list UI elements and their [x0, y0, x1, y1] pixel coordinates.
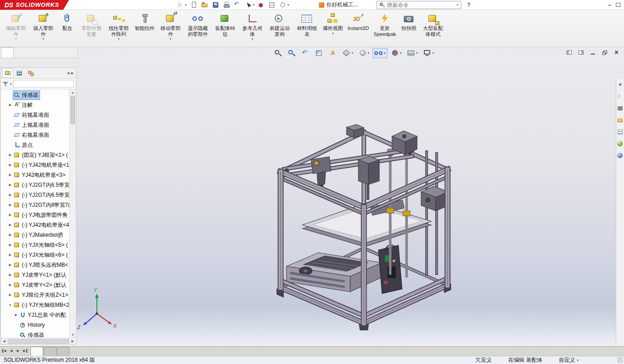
tree-item[interactable]: (-) YJ2GT内8带宽7(	[1, 200, 69, 210]
ribbon-tab[interactable]	[65, 47, 77, 58]
view-tool-button[interactable]: ▾	[421, 48, 436, 58]
scroll-left-icon[interactable]: ◀	[67, 71, 69, 75]
help-icon[interactable]: ?	[466, 2, 472, 8]
ribbon-button[interactable]: 线性零部件阵列 ▾	[106, 12, 132, 41]
search-input[interactable]	[387, 2, 454, 8]
tree-item-content[interactable]: (-) YJ42电机带座<1	[13, 160, 69, 170]
scroll-right-icon[interactable]: ▶	[70, 338, 76, 344]
tree-item-content[interactable]: (-) YJX光轴组<5> (	[13, 240, 69, 250]
window-minimize-icon[interactable]: –	[608, 2, 611, 8]
tab-nav-button[interactable]	[22, 348, 28, 355]
tree-item[interactable]: (-) YJ42电机带座<1	[1, 160, 69, 170]
ribbon-button[interactable]: 爆炸视图 ▾	[321, 12, 345, 35]
tree-item[interactable]: 上视基准面	[1, 120, 69, 130]
ribbon-button[interactable]: Instant3D ▾	[346, 12, 371, 31]
tree-item-content[interactable]: 传感器	[13, 90, 40, 100]
tree-item[interactable]: 传感器	[1, 90, 69, 100]
view-tool-button[interactable]: ▾	[327, 48, 339, 58]
doc-control-button[interactable]	[601, 49, 609, 56]
view-tool-button[interactable]: ▾	[357, 48, 372, 58]
menu-item[interactable]	[75, 0, 84, 10]
tree-item-content[interactable]: 注解	[13, 100, 35, 110]
ribbon-button[interactable]: 大型装配体模式 ▾	[420, 12, 446, 37]
scroll-right-icon[interactable]: ▶	[71, 71, 74, 75]
window-maximize-icon[interactable]	[616, 3, 620, 7]
ribbon-button[interactable]: 参考几何体 ▾	[239, 12, 266, 41]
tree-item[interactable]: (-) YJ2GT内6.5带宽	[1, 190, 69, 200]
scrollbar-thumb[interactable]	[70, 96, 75, 124]
promo-link[interactable]: 你好机械工...	[319, 1, 358, 9]
tree-item-content[interactable]: (-) YJY光轴组MB<2	[13, 300, 69, 310]
tab-nav-button[interactable]	[9, 348, 14, 355]
panel-tab[interactable]	[2, 68, 13, 78]
tree-item[interactable]: (-) YJ2GT内6.5带宽	[1, 180, 69, 190]
view-tool-button[interactable]: ▾	[389, 48, 404, 58]
tree-item[interactable]: (-) YJX光轴组<6> (	[1, 250, 69, 260]
ribbon-button[interactable]: 配合 ▾	[57, 12, 77, 31]
document-tab[interactable]	[57, 347, 70, 356]
tree-item[interactable]: 前视基准面	[1, 110, 69, 120]
expand-arrow-icon[interactable]	[8, 103, 13, 107]
status-item[interactable]: 欠定义 ▾	[475, 356, 492, 364]
view-tool-button[interactable]: ▾	[372, 48, 387, 58]
toolbar-button[interactable]: ▾	[233, 0, 242, 10]
toolbar-button[interactable]: ▾	[211, 0, 220, 10]
tree-item[interactable]: YJ限位开关组Z<1>	[1, 290, 69, 300]
graphics-viewport[interactable]: Y X Z	[0, 47, 624, 346]
toolbar-button[interactable]: ▾	[176, 0, 187, 10]
status-item[interactable]: 在编辑 装配体 ▾	[508, 356, 542, 364]
view-tool-button[interactable]: ▾	[272, 48, 284, 58]
resize-grip[interactable]	[617, 357, 623, 363]
ribbon-tab[interactable]	[39, 47, 52, 58]
expand-arrow-icon[interactable]	[14, 313, 19, 317]
expand-arrow-icon[interactable]	[8, 273, 13, 277]
document-tab[interactable]	[44, 347, 56, 356]
tree-item[interactable]: 注解	[1, 100, 69, 110]
tab-nav-button[interactable]	[2, 348, 7, 355]
tree-item[interactable]: 传感器	[1, 330, 69, 338]
menu-item[interactable]	[100, 0, 108, 10]
search-dropdown-icon[interactable]: ▾	[457, 3, 458, 7]
tree-item[interactable]: (-) YJY光轴组MB<2	[1, 300, 69, 310]
expand-arrow-icon[interactable]	[8, 183, 13, 187]
tree-item[interactable]: YJ皮带Y<1> (默认	[1, 270, 69, 280]
tree-item[interactable]: (-) YJ喷头远程MB<	[1, 260, 69, 270]
ribbon-button[interactable]: 材料明细表 ▾	[294, 12, 320, 37]
ribbon-button[interactable]: 智能扣件 ▾	[133, 12, 156, 31]
tree-vertical-scrollbar[interactable]: ▲ ▼	[69, 90, 76, 338]
ribbon-button[interactable]: 新建运动算例 ▾	[267, 12, 293, 37]
tree-item-content[interactable]: (-) YJX光轴组<6> (	[13, 250, 69, 260]
task-pane-button[interactable]	[617, 129, 624, 135]
task-pane-button[interactable]	[617, 81, 624, 88]
tree-item[interactable]: History	[1, 320, 69, 330]
expand-arrow-icon[interactable]	[8, 163, 13, 167]
ribbon-button[interactable]: 显示隐藏的零部件 ▾	[185, 12, 211, 37]
menu-item[interactable]	[92, 0, 100, 10]
doc-control-button[interactable]	[589, 49, 597, 56]
tab-nav-button[interactable]	[15, 348, 21, 355]
ribbon-button[interactable]: 更新Speedpak ▾	[372, 12, 398, 37]
tree-item[interactable]: (-) YJ电源带固件角	[1, 210, 69, 220]
panel-tab[interactable]	[14, 68, 25, 78]
tree-item-content[interactable]: YJ42电机带座<3>	[13, 170, 67, 180]
tree-item-content[interactable]: YJ皮带Y<2> (默认	[13, 280, 68, 290]
ribbon-button[interactable]: 编辑零部件 ▾	[3, 12, 29, 41]
scroll-down-icon[interactable]: ▼	[70, 332, 76, 338]
view-tool-button[interactable]: ▾	[313, 48, 325, 58]
ribbon-tab[interactable]	[14, 47, 26, 58]
toolbar-button[interactable]: ▾	[201, 0, 209, 10]
toolbar-button[interactable]: ▾	[279, 0, 290, 10]
task-pane-button[interactable]	[617, 152, 624, 159]
tree-item-content[interactable]: YJ1总装 中的配	[19, 310, 68, 320]
tree-item-content[interactable]: (-) YJ2GT内6.5带宽	[13, 180, 69, 190]
tree-item-content[interactable]: YJ皮带Y<1> (默认	[13, 270, 68, 280]
tree-item-content[interactable]: History	[19, 321, 46, 329]
doc-control-button[interactable]	[613, 49, 620, 56]
ribbon-tab[interactable]	[26, 47, 39, 58]
command-search[interactable]: ▾	[377, 1, 461, 9]
expand-arrow-icon[interactable]	[8, 253, 13, 257]
toolbar-button[interactable]: ▾	[222, 0, 231, 10]
view-tool-button[interactable]: ▾	[340, 48, 355, 58]
tree-item-content[interactable]: (-) YJMakerbot挤	[13, 230, 65, 240]
document-tab[interactable]	[30, 347, 43, 356]
